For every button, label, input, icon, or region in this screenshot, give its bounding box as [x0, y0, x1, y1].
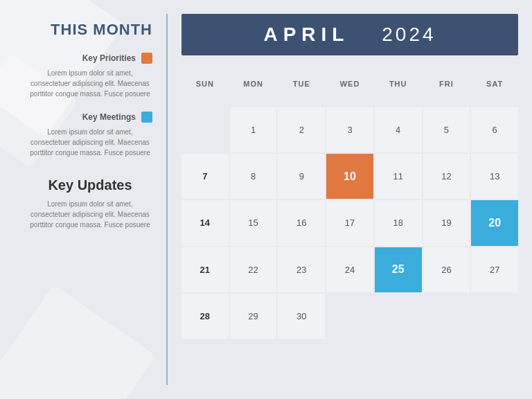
meetings-body: Lorem ipsum dolor sit amet, consectetuer…	[28, 127, 152, 158]
calendar-day-cell: 8	[230, 154, 277, 199]
month-label: APRIL	[263, 24, 349, 45]
calendar-day-cell	[278, 340, 325, 385]
calendar-header-cell: TUE	[278, 61, 325, 106]
calendar-day-cell	[326, 340, 373, 385]
calendar-day-cell: 23	[278, 247, 325, 292]
sidebar-title: THIS MONTH	[28, 21, 152, 39]
calendar-day-cell: 16	[278, 200, 325, 245]
updates-section: Key Updates Lorem ipsum dolor sit amet, …	[28, 170, 152, 230]
calendar-day-cell: 20	[471, 200, 518, 245]
calendar-week-row	[181, 340, 518, 385]
calendar-day-cell: 17	[326, 200, 373, 245]
calendar-day-cell: 21	[181, 247, 229, 292]
calendar-day-cell	[181, 107, 229, 152]
calendar-day-cell	[181, 340, 229, 385]
priorities-body: Lorem ipsum dolor sit amet, consectetuer…	[28, 68, 152, 99]
calendar-day-cell: 24	[326, 247, 373, 292]
priorities-label: Key Priorities	[82, 53, 136, 63]
calendar-day-cell: 1	[230, 107, 277, 152]
calendar-grid: SUNMONTUEWEDTHUFRISAT1234567891011121314…	[181, 61, 518, 385]
calendar-header-cell: THU	[375, 61, 422, 106]
calendar-day-cell: 5	[423, 107, 470, 152]
calendar-day-cell: 2	[278, 107, 325, 152]
calendar-area: APRIL 2024 SUNMONTUEWEDTHUFRISAT12345678…	[168, 0, 532, 399]
meetings-color-box	[141, 112, 152, 123]
calendar-header-cell: FRI	[423, 61, 470, 106]
calendar-day-cell: 11	[375, 154, 422, 199]
page-container: THIS MONTH Key Priorities Lorem ipsum do…	[0, 0, 532, 399]
sidebar: THIS MONTH Key Priorities Lorem ipsum do…	[0, 0, 166, 399]
calendar-header-cell: SAT	[471, 61, 518, 106]
updates-title: Key Updates	[28, 177, 152, 193]
calendar-day-cell	[471, 340, 518, 385]
calendar-day-cell: 4	[375, 107, 422, 152]
calendar-day-cell: 19	[423, 200, 470, 245]
meetings-header: Key Meetings	[28, 112, 152, 123]
calendar-day-cell: 13	[471, 154, 518, 199]
calendar-week-row: 78910111213	[181, 154, 518, 199]
calendar-day-cell: 27	[471, 247, 518, 292]
month-header: APRIL 2024	[181, 14, 518, 55]
calendar-header-cell: MON	[230, 61, 277, 106]
calendar-day-cell: 7	[181, 154, 229, 199]
priorities-color-box	[141, 53, 152, 64]
calendar-week-row: 14151617181920	[181, 200, 518, 245]
calendar-day-cell: 29	[230, 294, 277, 339]
calendar-day-cell: 22	[230, 247, 277, 292]
calendar-day-cell	[423, 294, 470, 339]
calendar-day-cell: 25	[375, 247, 422, 292]
calendar-day-cell: 14	[181, 200, 229, 245]
calendar-day-cell: 18	[375, 200, 422, 245]
calendar-header-cell: SUN	[181, 61, 229, 106]
calendar-day-cell	[326, 294, 373, 339]
calendar-week-row: 123456	[181, 107, 518, 152]
calendar-week-row: 282930	[181, 294, 518, 339]
calendar-day-cell: 12	[423, 154, 470, 199]
calendar-header-row: SUNMONTUEWEDTHUFRISAT	[181, 61, 518, 106]
calendar-day-cell: 3	[326, 107, 373, 152]
meetings-section: Key Meetings Lorem ipsum dolor sit amet,…	[28, 112, 152, 158]
calendar-header-cell: WED	[326, 61, 373, 106]
calendar-day-cell: 30	[278, 294, 325, 339]
calendar-week-row: 21222324252627	[181, 247, 518, 292]
calendar-day-cell	[375, 294, 422, 339]
calendar-day-cell: 10	[326, 154, 373, 199]
calendar-day-cell: 15	[230, 200, 277, 245]
priorities-header: Key Priorities	[28, 53, 152, 64]
updates-body: Lorem ipsum dolor sit amet, consectetuer…	[28, 199, 152, 230]
calendar-day-cell: 6	[471, 107, 518, 152]
calendar-day-cell	[423, 340, 470, 385]
calendar-day-cell	[375, 340, 422, 385]
meetings-label: Key Meetings	[82, 112, 136, 122]
calendar-day-cell: 28	[181, 294, 229, 339]
calendar-day-cell: 26	[423, 247, 470, 292]
calendar-day-cell	[471, 294, 518, 339]
calendar-day-cell	[230, 340, 277, 385]
calendar-day-cell: 9	[278, 154, 325, 199]
priorities-section: Key Priorities Lorem ipsum dolor sit ame…	[28, 53, 152, 99]
year-label: 2024	[382, 24, 436, 45]
